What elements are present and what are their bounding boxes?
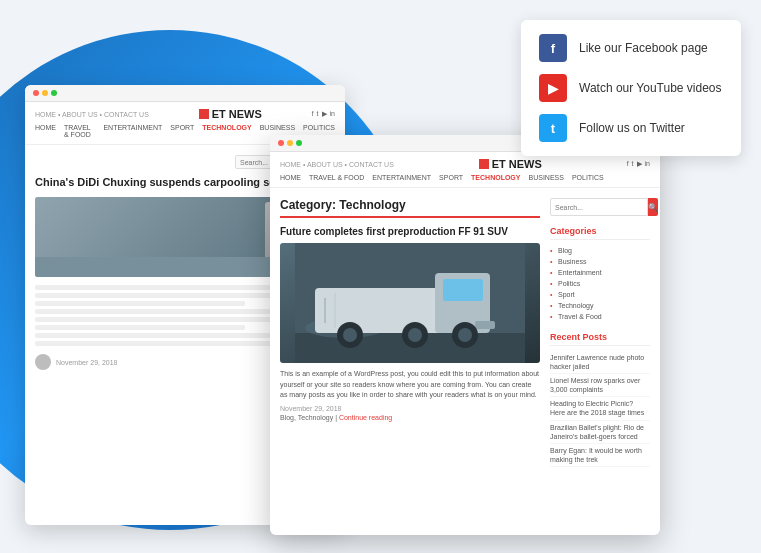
front-browser-window: HOME • ABOUT US • CONTACT US ET NEWS f t… <box>270 135 660 535</box>
breadcrumb-front: HOME • ABOUT US • CONTACT US <box>280 161 394 168</box>
nav-technology-front[interactable]: TECHNOLOGY <box>471 174 520 181</box>
cat-technology[interactable]: Technology <box>550 300 650 311</box>
front-main-column: Category: Technology Future completes fi… <box>280 198 540 518</box>
cat-blog[interactable]: Blog <box>550 245 650 256</box>
nav-politics-front[interactable]: POLITICS <box>572 174 604 181</box>
social-icons-back: f t ▶ in <box>312 110 335 118</box>
browser-dots <box>33 90 57 96</box>
fb-icon-small: f <box>312 110 314 118</box>
recent-post-5[interactable]: Barry Egan: It would be worth making the… <box>550 444 650 467</box>
recent-post-1[interactable]: Jennifer Lawrence nude photo hacker jail… <box>550 351 650 374</box>
dot-red-front <box>278 140 284 146</box>
browser-chrome-back <box>25 85 345 102</box>
nav-home-back[interactable]: HOME <box>35 124 56 138</box>
truck-svg <box>280 243 540 363</box>
logo-front: ET NEWS <box>479 158 542 170</box>
read-more-link[interactable]: Continue reading <box>339 414 392 421</box>
fb-icon-front: f <box>627 160 629 168</box>
recent-post-4[interactable]: Brazilian Ballet's plight: Rio de Janeir… <box>550 421 650 444</box>
nav-sport-front[interactable]: SPORT <box>439 174 463 181</box>
dot-yellow-front <box>287 140 293 146</box>
dot-green-front <box>296 140 302 146</box>
front-article-image <box>280 243 540 363</box>
twitter-label: Follow us on Twitter <box>579 121 685 135</box>
social-panel: f Like our Facebook page ▶ Watch our You… <box>521 20 741 156</box>
nav-top-back: HOME • ABOUT US • CONTACT US ET NEWS f t… <box>35 108 335 120</box>
nav-entertainment-back[interactable]: ENTERTAINMENT <box>103 124 162 138</box>
tw-icon-front: t <box>632 160 634 168</box>
svg-point-8 <box>343 328 357 342</box>
facebook-panel-item[interactable]: f Like our Facebook page <box>539 34 723 62</box>
author-avatar <box>35 354 51 370</box>
sidebar-search-input[interactable] <box>550 198 648 216</box>
logo-square-back <box>199 109 209 119</box>
recent-posts-list: Jennifer Lawrence nude photo hacker jail… <box>550 351 650 467</box>
dot-yellow <box>42 90 48 96</box>
svg-rect-6 <box>475 321 495 329</box>
logo-text-back: ET NEWS <box>212 108 262 120</box>
front-page-content: Category: Technology Future completes fi… <box>270 188 660 528</box>
nav-links-front: HOME TRAVEL & FOOD ENTERTAINMENT SPORT T… <box>280 174 650 181</box>
cat-business[interactable]: Business <box>550 256 650 267</box>
logo-text-front: ET NEWS <box>492 158 542 170</box>
recent-post-3[interactable]: Heading to Electric Picnic? Here are the… <box>550 397 650 420</box>
cat-sport[interactable]: Sport <box>550 289 650 300</box>
social-icons-front: f t ▶ in <box>627 160 650 168</box>
twitter-panel-item[interactable]: t Follow us on Twitter <box>539 114 723 142</box>
category-title: Category: Technology <box>280 198 540 218</box>
nav-top-front: HOME • ABOUT US • CONTACT US ET NEWS f t… <box>280 158 650 170</box>
li-icon-front: in <box>645 160 650 168</box>
svg-point-12 <box>458 328 472 342</box>
nav-technology-back[interactable]: TECHNOLOGY <box>202 124 251 138</box>
li-icon-small: in <box>330 110 335 118</box>
nav-business-front[interactable]: BUSINESS <box>528 174 563 181</box>
cat-travel[interactable]: Travel & Food <box>550 311 650 322</box>
front-article-date: November 29, 2018 <box>280 405 540 412</box>
breadcrumb-back: HOME • ABOUT US • CONTACT US <box>35 111 149 118</box>
dot-green <box>51 90 57 96</box>
article-date-back: November 29, 2018 <box>56 359 117 366</box>
front-article-excerpt: This is an example of a WordPress post, … <box>280 369 540 401</box>
categories-widget-title: Categories <box>550 226 650 240</box>
youtube-label: Watch our YouTube videos <box>579 81 722 95</box>
svg-point-10 <box>408 328 422 342</box>
site-nav-front: HOME • ABOUT US • CONTACT US ET NEWS f t… <box>270 152 660 188</box>
cat-politics[interactable]: Politics <box>550 278 650 289</box>
nav-sport-back[interactable]: SPORT <box>170 124 194 138</box>
logo-square-front <box>479 159 489 169</box>
body-line-6 <box>35 325 245 330</box>
svg-rect-5 <box>443 279 483 301</box>
twitter-icon: t <box>539 114 567 142</box>
body-line-3 <box>35 301 245 306</box>
tw-icon-small: t <box>317 110 319 118</box>
nav-home-front[interactable]: HOME <box>280 174 301 181</box>
front-article-tags: Blog, Technology | Continue reading <box>280 414 540 421</box>
front-sidebar: 🔍 Categories Blog Business Entertainment… <box>550 198 650 518</box>
recent-posts-widget-title: Recent Posts <box>550 332 650 346</box>
facebook-label: Like our Facebook page <box>579 41 708 55</box>
sidebar-search: 🔍 <box>550 198 650 216</box>
youtube-icon: ▶ <box>539 74 567 102</box>
cat-entertainment[interactable]: Entertainment <box>550 267 650 278</box>
logo-back: ET NEWS <box>199 108 262 120</box>
dot-red <box>33 90 39 96</box>
front-article-title: Future completes first preproduction FF … <box>280 226 540 237</box>
recent-post-2[interactable]: Lionel Messi row sparks over 3,000 compl… <box>550 374 650 397</box>
yt-icon-small: ▶ <box>322 110 327 118</box>
facebook-icon: f <box>539 34 567 62</box>
yt-icon-front: ▶ <box>637 160 642 168</box>
sidebar-search-button[interactable]: 🔍 <box>648 198 658 216</box>
youtube-panel-item[interactable]: ▶ Watch our YouTube videos <box>539 74 723 102</box>
browser-dots-front <box>278 140 302 146</box>
nav-entertainment-front[interactable]: ENTERTAINMENT <box>372 174 431 181</box>
nav-travel-front[interactable]: TRAVEL & FOOD <box>309 174 364 181</box>
nav-travel-back[interactable]: TRAVEL & FOOD <box>64 124 95 138</box>
categories-list: Blog Business Entertainment Politics Spo… <box>550 245 650 322</box>
